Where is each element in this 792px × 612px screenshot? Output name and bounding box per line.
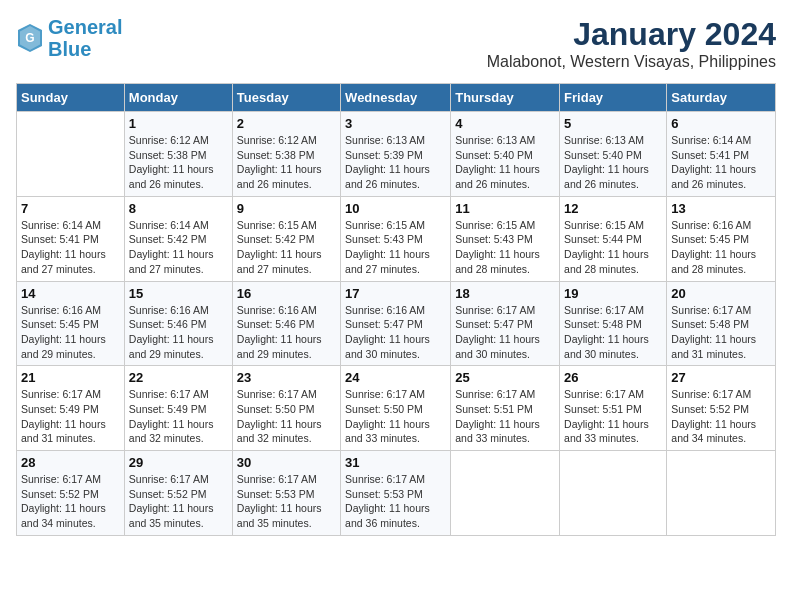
day-info: Sunrise: 6:16 AMSunset: 5:45 PMDaylight:… bbox=[671, 218, 771, 277]
calendar-cell: 28Sunrise: 6:17 AMSunset: 5:52 PMDayligh… bbox=[17, 451, 125, 536]
calendar-cell: 24Sunrise: 6:17 AMSunset: 5:50 PMDayligh… bbox=[341, 366, 451, 451]
day-number: 13 bbox=[671, 201, 771, 216]
day-number: 6 bbox=[671, 116, 771, 131]
day-number: 15 bbox=[129, 286, 228, 301]
day-number: 18 bbox=[455, 286, 555, 301]
day-info: Sunrise: 6:17 AMSunset: 5:50 PMDaylight:… bbox=[237, 387, 336, 446]
day-info: Sunrise: 6:12 AMSunset: 5:38 PMDaylight:… bbox=[129, 133, 228, 192]
day-info: Sunrise: 6:17 AMSunset: 5:49 PMDaylight:… bbox=[129, 387, 228, 446]
main-title: January 2024 bbox=[487, 16, 776, 53]
calendar-cell bbox=[667, 451, 776, 536]
day-number: 24 bbox=[345, 370, 446, 385]
day-number: 25 bbox=[455, 370, 555, 385]
day-number: 26 bbox=[564, 370, 662, 385]
day-info: Sunrise: 6:13 AMSunset: 5:40 PMDaylight:… bbox=[455, 133, 555, 192]
day-number: 30 bbox=[237, 455, 336, 470]
calendar-cell: 6Sunrise: 6:14 AMSunset: 5:41 PMDaylight… bbox=[667, 112, 776, 197]
day-number: 29 bbox=[129, 455, 228, 470]
logo-icon: G bbox=[16, 22, 44, 54]
title-area: January 2024 Malabonot, Western Visayas,… bbox=[487, 16, 776, 71]
day-info: Sunrise: 6:15 AMSunset: 5:44 PMDaylight:… bbox=[564, 218, 662, 277]
day-info: Sunrise: 6:14 AMSunset: 5:42 PMDaylight:… bbox=[129, 218, 228, 277]
calendar-cell: 3Sunrise: 6:13 AMSunset: 5:39 PMDaylight… bbox=[341, 112, 451, 197]
calendar-cell: 8Sunrise: 6:14 AMSunset: 5:42 PMDaylight… bbox=[124, 196, 232, 281]
sub-title: Malabonot, Western Visayas, Philippines bbox=[487, 53, 776, 71]
weekday-header: Saturday bbox=[667, 84, 776, 112]
calendar-cell: 4Sunrise: 6:13 AMSunset: 5:40 PMDaylight… bbox=[451, 112, 560, 197]
calendar-cell: 12Sunrise: 6:15 AMSunset: 5:44 PMDayligh… bbox=[560, 196, 667, 281]
calendar-cell: 18Sunrise: 6:17 AMSunset: 5:47 PMDayligh… bbox=[451, 281, 560, 366]
day-info: Sunrise: 6:16 AMSunset: 5:46 PMDaylight:… bbox=[129, 303, 228, 362]
day-number: 3 bbox=[345, 116, 446, 131]
day-info: Sunrise: 6:17 AMSunset: 5:52 PMDaylight:… bbox=[129, 472, 228, 531]
calendar-cell: 30Sunrise: 6:17 AMSunset: 5:53 PMDayligh… bbox=[232, 451, 340, 536]
day-number: 12 bbox=[564, 201, 662, 216]
calendar-cell: 20Sunrise: 6:17 AMSunset: 5:48 PMDayligh… bbox=[667, 281, 776, 366]
calendar-cell: 14Sunrise: 6:16 AMSunset: 5:45 PMDayligh… bbox=[17, 281, 125, 366]
day-info: Sunrise: 6:14 AMSunset: 5:41 PMDaylight:… bbox=[671, 133, 771, 192]
calendar-cell: 2Sunrise: 6:12 AMSunset: 5:38 PMDaylight… bbox=[232, 112, 340, 197]
calendar-cell: 23Sunrise: 6:17 AMSunset: 5:50 PMDayligh… bbox=[232, 366, 340, 451]
day-number: 9 bbox=[237, 201, 336, 216]
calendar-cell: 26Sunrise: 6:17 AMSunset: 5:51 PMDayligh… bbox=[560, 366, 667, 451]
calendar-week-row: 7Sunrise: 6:14 AMSunset: 5:41 PMDaylight… bbox=[17, 196, 776, 281]
day-info: Sunrise: 6:17 AMSunset: 5:53 PMDaylight:… bbox=[345, 472, 446, 531]
day-info: Sunrise: 6:15 AMSunset: 5:42 PMDaylight:… bbox=[237, 218, 336, 277]
day-number: 16 bbox=[237, 286, 336, 301]
day-number: 8 bbox=[129, 201, 228, 216]
calendar-cell: 7Sunrise: 6:14 AMSunset: 5:41 PMDaylight… bbox=[17, 196, 125, 281]
calendar-header: SundayMondayTuesdayWednesdayThursdayFrid… bbox=[17, 84, 776, 112]
calendar-table: SundayMondayTuesdayWednesdayThursdayFrid… bbox=[16, 83, 776, 536]
calendar-cell: 29Sunrise: 6:17 AMSunset: 5:52 PMDayligh… bbox=[124, 451, 232, 536]
day-info: Sunrise: 6:17 AMSunset: 5:49 PMDaylight:… bbox=[21, 387, 120, 446]
weekday-header: Wednesday bbox=[341, 84, 451, 112]
day-number: 11 bbox=[455, 201, 555, 216]
calendar-cell: 10Sunrise: 6:15 AMSunset: 5:43 PMDayligh… bbox=[341, 196, 451, 281]
day-number: 5 bbox=[564, 116, 662, 131]
calendar-cell: 17Sunrise: 6:16 AMSunset: 5:47 PMDayligh… bbox=[341, 281, 451, 366]
day-number: 21 bbox=[21, 370, 120, 385]
weekday-header: Monday bbox=[124, 84, 232, 112]
day-info: Sunrise: 6:17 AMSunset: 5:51 PMDaylight:… bbox=[564, 387, 662, 446]
day-info: Sunrise: 6:16 AMSunset: 5:47 PMDaylight:… bbox=[345, 303, 446, 362]
day-info: Sunrise: 6:16 AMSunset: 5:45 PMDaylight:… bbox=[21, 303, 120, 362]
day-info: Sunrise: 6:13 AMSunset: 5:39 PMDaylight:… bbox=[345, 133, 446, 192]
day-number: 19 bbox=[564, 286, 662, 301]
day-number: 22 bbox=[129, 370, 228, 385]
day-info: Sunrise: 6:17 AMSunset: 5:48 PMDaylight:… bbox=[671, 303, 771, 362]
day-info: Sunrise: 6:13 AMSunset: 5:40 PMDaylight:… bbox=[564, 133, 662, 192]
day-info: Sunrise: 6:15 AMSunset: 5:43 PMDaylight:… bbox=[455, 218, 555, 277]
day-number: 28 bbox=[21, 455, 120, 470]
calendar-week-row: 14Sunrise: 6:16 AMSunset: 5:45 PMDayligh… bbox=[17, 281, 776, 366]
weekday-header: Thursday bbox=[451, 84, 560, 112]
day-number: 4 bbox=[455, 116, 555, 131]
day-info: Sunrise: 6:17 AMSunset: 5:47 PMDaylight:… bbox=[455, 303, 555, 362]
day-info: Sunrise: 6:17 AMSunset: 5:51 PMDaylight:… bbox=[455, 387, 555, 446]
calendar-cell: 22Sunrise: 6:17 AMSunset: 5:49 PMDayligh… bbox=[124, 366, 232, 451]
day-number: 31 bbox=[345, 455, 446, 470]
calendar-cell bbox=[560, 451, 667, 536]
day-info: Sunrise: 6:17 AMSunset: 5:48 PMDaylight:… bbox=[564, 303, 662, 362]
day-number: 10 bbox=[345, 201, 446, 216]
svg-text:G: G bbox=[25, 31, 34, 45]
calendar-week-row: 21Sunrise: 6:17 AMSunset: 5:49 PMDayligh… bbox=[17, 366, 776, 451]
day-number: 20 bbox=[671, 286, 771, 301]
calendar-week-row: 1Sunrise: 6:12 AMSunset: 5:38 PMDaylight… bbox=[17, 112, 776, 197]
day-number: 1 bbox=[129, 116, 228, 131]
calendar-cell: 13Sunrise: 6:16 AMSunset: 5:45 PMDayligh… bbox=[667, 196, 776, 281]
day-number: 14 bbox=[21, 286, 120, 301]
day-info: Sunrise: 6:17 AMSunset: 5:52 PMDaylight:… bbox=[21, 472, 120, 531]
day-info: Sunrise: 6:12 AMSunset: 5:38 PMDaylight:… bbox=[237, 133, 336, 192]
day-number: 2 bbox=[237, 116, 336, 131]
day-number: 17 bbox=[345, 286, 446, 301]
day-info: Sunrise: 6:17 AMSunset: 5:50 PMDaylight:… bbox=[345, 387, 446, 446]
weekday-header: Friday bbox=[560, 84, 667, 112]
calendar-week-row: 28Sunrise: 6:17 AMSunset: 5:52 PMDayligh… bbox=[17, 451, 776, 536]
calendar-cell bbox=[17, 112, 125, 197]
day-number: 27 bbox=[671, 370, 771, 385]
calendar-cell: 19Sunrise: 6:17 AMSunset: 5:48 PMDayligh… bbox=[560, 281, 667, 366]
logo-text: General Blue bbox=[48, 16, 122, 60]
day-number: 23 bbox=[237, 370, 336, 385]
calendar-cell: 27Sunrise: 6:17 AMSunset: 5:52 PMDayligh… bbox=[667, 366, 776, 451]
calendar-cell: 9Sunrise: 6:15 AMSunset: 5:42 PMDaylight… bbox=[232, 196, 340, 281]
